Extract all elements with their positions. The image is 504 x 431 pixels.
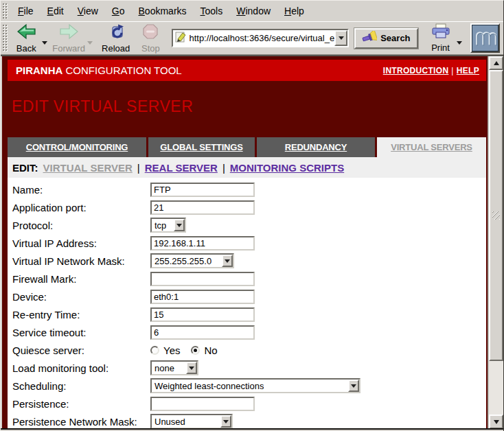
chevron-down-icon — [176, 224, 182, 227]
application-port-input[interactable] — [150, 200, 255, 215]
protocol-select[interactable]: tcp — [150, 218, 186, 233]
scheduling-select[interactable]: Weighted least-connections — [150, 378, 360, 393]
navigation-toolbar: Back Forward Reload Stop — [1, 21, 503, 55]
select-arrow-button[interactable] — [348, 380, 359, 392]
field-row-persistence: Persistence: — [12, 395, 486, 412]
chevron-down-icon — [225, 259, 230, 263]
select-arrow-button[interactable] — [174, 219, 185, 231]
persistence-netmask-select[interactable]: Unused — [150, 414, 233, 429]
scrollbar-thumb[interactable] — [489, 70, 503, 361]
forward-dropdown-arrow[interactable] — [87, 41, 93, 45]
scheduling-label: Scheduling: — [12, 380, 150, 392]
persistence-input[interactable] — [150, 397, 255, 411]
quiesce-server-label: Quiesce server: — [12, 345, 150, 356]
field-row-scheduling: Scheduling: Weighted least-connections — [12, 377, 486, 395]
triangle-down-icon — [494, 420, 499, 424]
menu-file[interactable]: File — [11, 2, 41, 20]
field-row-load-monitoring: Load monitoring tool: none — [12, 359, 486, 377]
quiesce-no-radio[interactable] — [191, 346, 200, 355]
scrollbar-track[interactable] — [489, 70, 503, 415]
field-row-firewall-mark: Firewall Mark: — [12, 270, 486, 288]
main-tabs: CONTROL/MONITORING GLOBAL SETTINGS REDUN… — [8, 137, 486, 157]
help-link[interactable]: HELP — [457, 66, 479, 75]
reload-button[interactable]: Reload — [100, 23, 133, 54]
url-input[interactable] — [189, 33, 334, 43]
back-dropdown-arrow[interactable] — [42, 41, 47, 45]
field-row-virtual-ip: Virtual IP Address: — [12, 234, 486, 252]
forward-arrow-icon — [60, 23, 78, 43]
flashlight-icon — [362, 31, 377, 45]
triangle-up-icon — [494, 61, 499, 65]
real-server-subnav-link[interactable]: REAL SERVER — [145, 162, 218, 174]
monitoring-scripts-subnav-link[interactable]: MONITORING SCRIPTS — [230, 162, 344, 174]
menu-bar: File Edit View Go Bookmarks Tools Window… — [1, 1, 503, 21]
stop-button[interactable]: Stop — [135, 23, 166, 54]
bookmark-page-icon — [175, 32, 187, 45]
menu-view[interactable]: View — [71, 2, 105, 20]
print-dropdown-arrow[interactable] — [457, 41, 462, 45]
search-button[interactable]: Search — [354, 28, 417, 49]
toolbar-grip-handle[interactable] — [3, 25, 8, 51]
tab-global-settings[interactable]: GLOBAL SETTINGS — [148, 137, 255, 157]
virtual-server-subnav-link[interactable]: VIRTUAL SERVER — [43, 162, 133, 174]
quiesce-no-label[interactable]: No — [204, 345, 217, 356]
load-monitoring-select[interactable]: none — [150, 360, 198, 375]
firewall-mark-input[interactable] — [150, 272, 255, 286]
subnav-separator: | — [222, 162, 225, 174]
vertical-scrollbar[interactable] — [488, 56, 503, 429]
quiesce-yes-label[interactable]: Yes — [163, 345, 180, 356]
edit-prefix: EDIT: — [12, 162, 38, 174]
load-monitoring-label: Load monitoring tool: — [12, 362, 150, 374]
chevron-down-icon — [339, 36, 344, 40]
forward-button[interactable]: Forward — [50, 23, 87, 54]
quiesce-yes-radio[interactable] — [150, 346, 159, 355]
reentry-time-input[interactable] — [150, 307, 255, 322]
stop-icon — [142, 23, 159, 43]
virtual-ip-netmask-select[interactable]: 255.255.255.0 — [150, 253, 234, 268]
url-bar[interactable] — [172, 29, 349, 47]
reload-icon — [107, 23, 125, 43]
menu-bookmarks[interactable]: Bookmarks — [132, 2, 194, 20]
print-button[interactable]: Print — [425, 23, 457, 54]
edit-subnav: EDIT: VIRTUAL SERVER | REAL SERVER | MON… — [8, 157, 486, 178]
chevron-down-icon — [223, 420, 229, 423]
service-timeout-input[interactable] — [150, 325, 255, 340]
menu-go[interactable]: Go — [105, 2, 132, 20]
url-dropdown-button[interactable] — [334, 30, 347, 46]
chevron-down-icon — [351, 384, 356, 388]
select-arrow-button[interactable] — [222, 255, 233, 267]
mozilla-logo[interactable] — [470, 23, 500, 53]
scroll-down-button[interactable] — [489, 415, 503, 429]
field-row-persistence-netmask: Persistence Network Mask: Unused — [12, 412, 486, 429]
menu-tools[interactable]: Tools — [194, 2, 230, 20]
menu-edit[interactable]: Edit — [41, 2, 71, 20]
field-row-device: Device: — [12, 288, 486, 305]
virtual-ip-label: Virtual IP Address: — [12, 237, 150, 249]
tab-control-monitoring[interactable]: CONTROL/MONITORING — [8, 137, 146, 157]
browser-window: File Edit View Go Bookmarks Tools Window… — [0, 0, 504, 431]
field-row-quiesce-server: Quiesce server: Yes No — [12, 341, 486, 359]
tab-virtual-servers[interactable]: VIRTUAL SERVERS — [377, 137, 486, 157]
virtual-ip-netmask-label: Virtual IP Network Mask: — [12, 255, 150, 267]
field-row-application-port: Application port: — [12, 198, 486, 216]
menubar-grip-handle[interactable] — [3, 3, 8, 19]
menu-help[interactable]: Help — [277, 2, 311, 20]
device-input[interactable] — [150, 290, 255, 304]
back-arrow-icon — [17, 23, 36, 43]
name-input[interactable] — [150, 183, 255, 197]
select-arrow-button[interactable] — [220, 415, 231, 428]
field-row-protocol: Protocol: tcp — [12, 216, 486, 234]
page-title: EDIT VIRTUAL SERVER — [12, 97, 486, 115]
virtual-ip-input[interactable] — [150, 236, 255, 251]
introduction-link[interactable]: INTRODUCTION — [383, 66, 449, 75]
back-button[interactable]: Back — [10, 23, 42, 54]
scroll-up-button[interactable] — [489, 56, 503, 70]
service-timeout-label: Service timeout: — [12, 327, 150, 338]
tab-redundancy[interactable]: REDUNDANCY — [257, 137, 375, 157]
device-label: Device: — [12, 291, 150, 303]
select-arrow-button[interactable] — [186, 362, 197, 374]
window-bottom-frame — [1, 428, 503, 430]
brand-title: PIRANHA CONFIGURATION TOOL — [16, 65, 182, 76]
quiesce-radio-group: Yes No — [150, 345, 229, 356]
menu-window[interactable]: Window — [229, 2, 277, 20]
